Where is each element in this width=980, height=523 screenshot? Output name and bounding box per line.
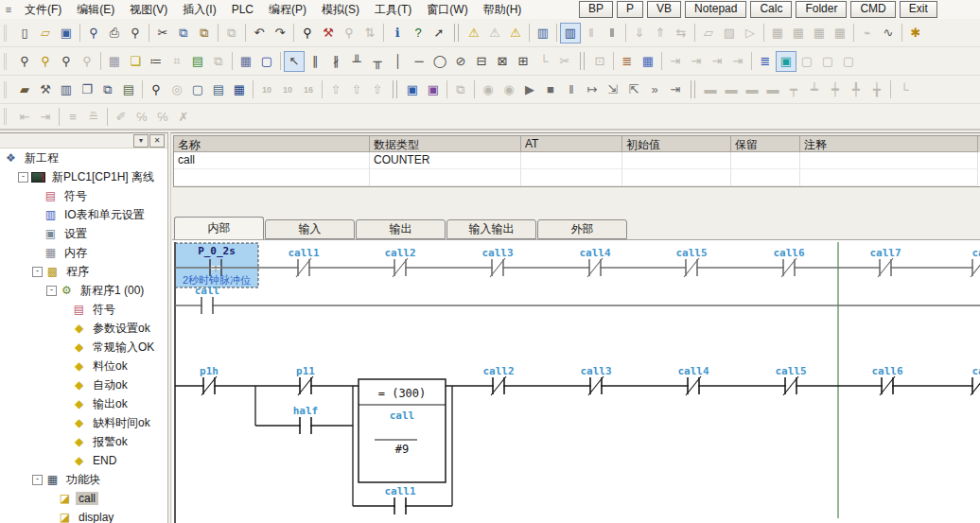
reset-bit-icon[interactable]: ┷ [804,79,825,100]
menu-edit[interactable]: 编辑(E) [69,0,122,20]
tree-item-section-params[interactable]: ◆参数设置ok [0,319,167,338]
launcher-cmd[interactable]: CMD [850,1,895,18]
tree-item-new-project[interactable]: ❖新工程 [0,148,167,167]
sim-step-out-icon[interactable]: ⇱ [623,79,644,100]
rung1-contact-call7[interactable]: call7 [869,247,901,277]
goto-next-input-icon[interactable]: ⇥ [727,51,748,72]
transfer-to-plc-icon[interactable]: ⇓ [629,23,650,44]
launcher-folder[interactable]: Folder [796,1,847,18]
page-setup-icon[interactable]: ⚲ [125,23,146,44]
ci-view-icon[interactable]: ▢ [256,51,277,72]
zoom-fit-icon[interactable]: ⚲ [14,51,35,72]
time-chart-icon[interactable]: ∿ [878,23,899,44]
tree-item-fb-display[interactable]: ◪display [0,508,167,523]
menu-simulation[interactable]: 模拟(S) [314,0,367,20]
tree-view-icon[interactable]: ⧉ [208,51,229,72]
monitor-in-rung-icon[interactable]: ▦ [638,51,658,72]
output-window-icon[interactable]: ▰ [14,79,35,100]
rung1-contact-call1[interactable]: call1 [288,247,319,277]
rung1-contact-call3[interactable]: call3 [481,247,513,277]
tree-item-section-level[interactable]: ◆料位ok [0,357,167,375]
goto-rung-comment-icon[interactable]: ⇥ [665,51,686,72]
watch-box-3-icon[interactable]: ▢ [817,51,838,72]
rung2-contact-p11[interactable]: p11 [296,365,315,395]
table-cell[interactable] [622,152,731,169]
tree-item-new-program1[interactable]: -⚙新程序1 (00) [0,281,167,300]
program-mode-icon[interactable]: ▱ [698,23,719,44]
tab-internals[interactable]: 内部 [174,217,264,239]
properties-icon[interactable]: ▤ [118,79,139,100]
rung-manager-icon[interactable]: ▤ [187,51,208,72]
menu-insert[interactable]: 插入(I) [175,0,223,20]
binary-display-icon[interactable]: ▦ [229,79,250,100]
new-vertical-icon[interactable]: │ [388,51,409,72]
run-mode-icon[interactable]: ▷ [740,23,761,44]
new-closed-instruction-icon[interactable]: ⊠ [492,51,513,72]
table-cell[interactable] [174,169,370,186]
paste-special-icon[interactable]: ⧉ [221,23,242,44]
force-cancel-icon[interactable]: ⇧ [367,79,388,100]
new-fb-invocation-icon[interactable]: ⊞ [513,51,534,72]
rung2-contact-call5-3[interactable]: call5 [775,365,806,395]
launcher-calc[interactable]: Calc [750,1,792,18]
symbols-of-rung-icon[interactable]: ≣ [617,51,638,72]
address-reference-icon[interactable]: ▦ [830,23,850,44]
help-icon[interactable]: ? [408,23,429,44]
expand-toggle-icon[interactable]: - [32,267,43,277]
sim-stop-icon[interactable]: ■ [540,79,561,100]
sim-continuous-step-icon[interactable]: » [644,79,665,100]
compare-block[interactable]: = (300)call#9 [359,379,446,482]
io-monitor-2-icon[interactable]: ▬ [721,79,742,100]
cross-reference-icon[interactable]: ▦ [809,23,830,44]
paste-icon[interactable]: ⧉ [194,23,215,44]
tree-item-section-alarm[interactable]: ◆报警ok [0,432,167,451]
monitor-window-icon[interactable]: ▦ [767,23,788,44]
used-coils-icon[interactable]: ◎ [166,79,187,100]
build-icon[interactable]: ⚒ [35,79,56,100]
replace-icon[interactable]: ⚒ [318,23,339,44]
watch-box-4-icon[interactable]: ▢ [838,51,859,72]
table-cell[interactable] [370,169,521,186]
pen-icon[interactable]: ✐ [111,106,131,127]
tab-inputs[interactable]: 输入 [265,219,355,239]
table-cell[interactable] [731,152,800,169]
io-monitor-4-icon[interactable]: ▬ [762,79,783,100]
tab-outputs[interactable]: 输出 [356,219,446,239]
percent-1-icon[interactable]: ℅ [131,106,152,127]
work-online-simulator-icon[interactable]: ▥ [560,23,581,44]
table-header-cell[interactable]: 初始值 [622,136,731,152]
table-cell[interactable] [521,152,622,169]
force-set-icon[interactable]: ┿ [825,79,846,100]
launcher-notepad[interactable]: Notepad [685,1,746,18]
selected-cell-P_0_2s[interactable]: P_0_2s↑2秒时钟脉冲位 [175,243,258,288]
tree-item-settings[interactable]: ▣设置 [0,224,167,243]
io-comment-view-icon[interactable]: ⌗ [166,51,187,72]
menu-tools[interactable]: 工具(T) [367,0,419,20]
table-cell[interactable]: call [174,152,370,169]
online-edit-check-icon[interactable]: ⚠ [505,23,526,44]
new-closed-contact-icon[interactable]: ∦ [325,51,346,72]
table-cell[interactable] [800,169,978,186]
transfer-from-plc-icon[interactable]: ⇑ [650,23,671,44]
copy-to-clipboard-icon[interactable]: ⧉ [450,79,471,100]
rung1-contact-call2[interactable]: call2 [384,247,415,277]
goto-next-output-icon[interactable]: ⇥ [707,51,727,72]
launcher-vb[interactable]: VB [647,1,681,18]
menu-file[interactable]: 文件(F) [17,0,69,20]
simulator-pause-icon[interactable]: ‖ [581,23,602,44]
zoom-custom-icon[interactable]: ⚲ [77,51,97,72]
delete-line-icon[interactable]: ✂ [554,51,575,72]
rung-list-icon[interactable]: ≔ [146,51,166,72]
new-closed-coil-icon[interactable]: ⊘ [450,51,471,72]
tree-item-plc[interactable]: -新PLC1[CP1H] 离线 [0,167,167,186]
fb-instance-list-icon[interactable]: ≣ [755,51,776,72]
context-help-icon[interactable]: ➚ [429,23,449,44]
zoom-in-icon[interactable]: ⚲ [35,51,56,72]
transfer-protected-icon[interactable]: ▣ [402,79,423,100]
undo-icon[interactable]: ↶ [249,23,270,44]
sim-scan-run-icon[interactable]: ⇥ [665,79,686,100]
percent-2-icon[interactable]: ℅ [152,106,173,127]
find-bit-addresses-icon[interactable]: ⚲ [146,79,166,100]
rung-comment-list-icon[interactable]: ▤ [208,79,229,100]
table-header-cell[interactable]: AT [521,136,622,152]
